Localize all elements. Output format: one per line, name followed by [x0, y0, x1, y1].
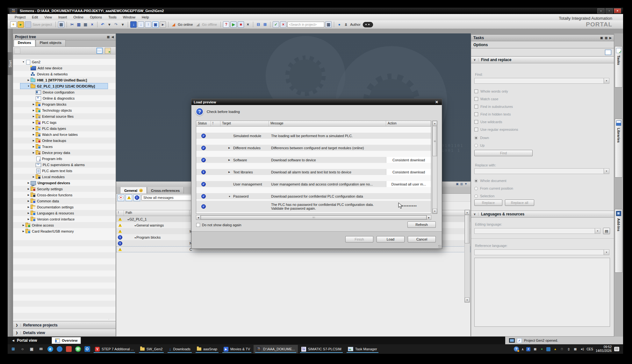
assistant-robot-icon[interactable]	[363, 22, 373, 27]
radio[interactable]	[474, 187, 478, 190]
dialog-horizontal-scrollbar[interactable]: ◀ ▶	[196, 215, 431, 220]
split-vertical-icon[interactable]: ⊞	[262, 22, 268, 27]
close-button[interactable]: ×	[614, 8, 621, 13]
add-language-button[interactable]: ▤	[603, 228, 610, 234]
new-project-icon[interactable]: +	[10, 21, 17, 28]
checkbox[interactable]	[474, 112, 478, 116]
reset-layout-icon[interactable]: ×	[280, 21, 286, 28]
radio[interactable]	[474, 179, 478, 183]
taskbar-window-downloads[interactable]: ↓Downloads	[166, 345, 193, 353]
checkbox[interactable]	[474, 97, 478, 101]
add-device-toolbar-icon[interactable]	[14, 48, 20, 54]
filter-errors-button[interactable]: ✕	[118, 194, 124, 201]
tree-item-hmi-1-mtp700-unified-basic-[interactable]: ▶HMI_1 [MTP700 Unified Basic]	[13, 77, 116, 83]
tree-item-plc-tags[interactable]: ▶PLC tags	[13, 119, 116, 125]
load-row-text-libraries[interactable]: i▶Text librariesDownload all alarm texts…	[196, 169, 431, 175]
checkbox[interactable]	[474, 89, 478, 93]
load-row-software[interactable]: ✓▶SoftwareDownload software to deviceCon…	[196, 157, 431, 163]
scope-from-current-position[interactable]: From current position	[474, 185, 611, 192]
checkbox[interactable]	[474, 128, 478, 131]
do-not-show-checkbox[interactable]	[196, 223, 200, 227]
taskbar-app-task-view[interactable]: ▣	[27, 345, 36, 353]
scope-selection[interactable]: Selection	[474, 192, 611, 200]
inspector-scrollbar[interactable]: ▲ ▼	[464, 210, 470, 303]
tray-lightning-icon[interactable]: ▲	[553, 347, 557, 351]
open-editor-icon[interactable]	[105, 48, 111, 54]
expander-down-icon[interactable]: ▼	[26, 85, 31, 87]
col-target[interactable]: Target	[220, 121, 269, 126]
load-row-password-detail[interactable]: ✓The PLC has no password for confidentia…	[196, 201, 431, 212]
taskbar-window-movies-tv[interactable]: ▶Movies & TV	[221, 345, 253, 353]
scroll-up-icon[interactable]: ▲	[465, 210, 470, 215]
collapse-panel-icon[interactable]: ▶	[609, 36, 612, 39]
copy-icon[interactable]: ▥	[76, 22, 82, 27]
auto-collapse-icon[interactable]: ▥	[107, 35, 110, 38]
minimize-button[interactable]: –	[597, 8, 605, 13]
col-action[interactable]: Action	[386, 121, 431, 126]
taskbar-app-app-blue[interactable]	[55, 345, 64, 353]
expander-right-icon[interactable]: ▶	[32, 176, 36, 178]
side-tab-libraries[interactable]: Libraries	[615, 119, 622, 178]
tray-language[interactable]: CES	[586, 347, 593, 351]
scroll-down-icon[interactable]: ▼	[465, 298, 470, 302]
tree-item-program-blocks[interactable]: ▶Program blocks	[13, 101, 116, 107]
tab-devices[interactable]: Devices	[14, 40, 35, 46]
find-input[interactable]: ▼	[474, 78, 609, 84]
tab-plant-objects[interactable]: Plant objects	[36, 40, 66, 46]
dialog-vertical-scrollbar[interactable]: ▲ ▼	[432, 121, 437, 214]
expander-right-icon[interactable]: ▶	[26, 188, 31, 190]
scope-whole-document[interactable]: Whole document	[474, 177, 611, 185]
details-view-bar[interactable]: ❯ Details view	[13, 329, 116, 336]
diagnostics-icon[interactable]: ?	[223, 21, 229, 28]
tree-item-program-info[interactable]: Program info	[13, 156, 116, 162]
radio[interactable]	[474, 144, 478, 147]
go-online-plug-icon[interactable]: ◢	[171, 22, 176, 27]
tree-item-watch-and-force-tables[interactable]: ▶Watch and force tables	[13, 131, 116, 137]
menu-help[interactable]: Help	[139, 14, 152, 20]
option-use-wildcards[interactable]: Use wildcards	[474, 118, 611, 126]
expander-down-icon[interactable]: ▼	[21, 61, 25, 63]
window-mode-icon[interactable]	[605, 50, 611, 55]
replace-input[interactable]: ▼	[474, 168, 609, 174]
tree-item-devices-networks[interactable]: Devices & networks	[13, 71, 116, 77]
start-simulation-icon[interactable]: ▣	[152, 21, 159, 28]
expander-right-icon[interactable]: ▶	[32, 121, 36, 124]
tree-item-cross-device-functions[interactable]: ▶Cross-device functions	[13, 192, 116, 198]
tray-monitor-icon[interactable]: □	[560, 347, 564, 351]
tree-item-security-settings[interactable]: ▶Security settings	[13, 186, 116, 192]
expander-right-icon[interactable]: ▶	[32, 109, 36, 112]
inspector-expand-icon[interactable]: ▣	[456, 182, 459, 186]
scroll-thumb[interactable]	[465, 215, 470, 243]
side-tab-tasks[interactable]: Tasks	[615, 46, 622, 88]
direction-up[interactable]: Up	[474, 142, 611, 149]
taskbar-app-start[interactable]: ⊞	[9, 345, 18, 353]
taskbar-app-mail[interactable]: ✉	[37, 345, 45, 353]
expander-right-icon[interactable]: ▶	[32, 133, 36, 136]
go-offline-label[interactable]: Go offline	[202, 23, 217, 26]
taskbar-window-aaasnap[interactable]: aaaSnap	[194, 345, 220, 353]
tree-item-common-data[interactable]: ▶Common data	[13, 198, 116, 204]
library-view-icon[interactable]: ▥	[325, 21, 332, 28]
upload-to-device-icon[interactable]: ↑	[145, 21, 151, 28]
radio[interactable]	[474, 194, 478, 198]
go-offline-plug-icon[interactable]: ◢	[195, 22, 201, 27]
tray-app-blue-icon[interactable]: #	[526, 347, 530, 351]
menu-insert[interactable]: Insert	[55, 14, 70, 20]
load-button[interactable]: Load	[377, 236, 405, 242]
tab-cross-references[interactable]: Cross-references	[147, 186, 184, 193]
user-dropdown-icon[interactable]: ±	[343, 22, 349, 27]
tree-item-plc-data-types[interactable]: ▶PLC data types	[13, 125, 116, 131]
paste-icon[interactable]: ▦	[83, 22, 88, 27]
scroll-thumb[interactable]	[433, 126, 437, 156]
side-tab-add-ins[interactable]: Add-Ins	[615, 209, 622, 273]
save-project-label[interactable]: Save project	[32, 23, 52, 26]
taskbar-window-sw-gen2[interactable]: SW_Gen2	[137, 345, 166, 353]
go-online-label[interactable]: Go online	[178, 23, 193, 26]
taskbar-app-whatsapp[interactable]: ☏	[74, 345, 82, 353]
expander-down-icon[interactable]: ▼	[134, 225, 136, 227]
tray-volume-icon[interactable]: ◄)	[580, 347, 584, 351]
filter-info-button[interactable]: i	[133, 194, 140, 201]
tree-item-plc-alarm-text-lists[interactable]: PLC alarm text lists	[13, 168, 116, 174]
expander-right-icon[interactable]: ▶	[26, 212, 31, 214]
taskbar-app-app-red[interactable]	[64, 345, 73, 353]
